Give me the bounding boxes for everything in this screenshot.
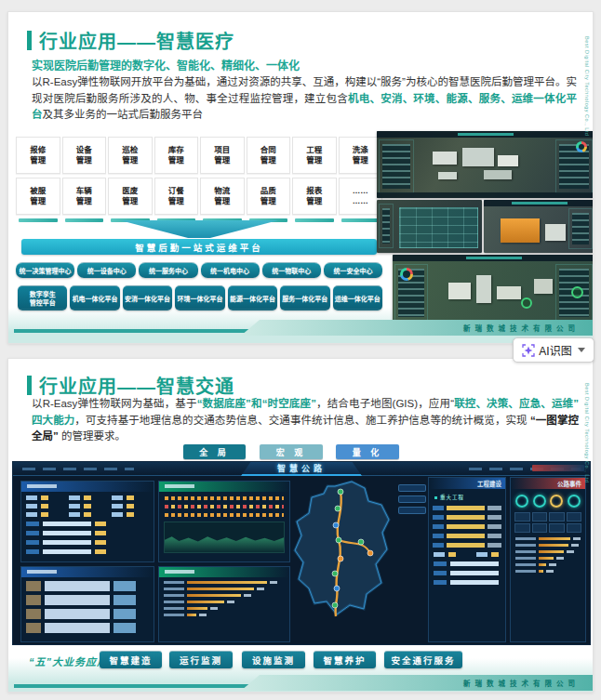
paragraph-segment: 以R-Easy弹性物联网为基础，基于 [32,398,197,409]
slide2-paragraph: 以R-Easy弹性物联网为基础，基于“数据底座”和“时空底座”，结合电子地图(G… [32,396,579,445]
panel-header [21,482,154,492]
page-title: 行业应用——智慧交通 [39,372,234,399]
building-block [498,155,518,166]
platform-button: 数字孪生 管控平台 [18,285,67,310]
list-row [434,571,501,575]
panel-header-green [159,482,289,492]
company-ribbon: 新瑞数城技术有限公司 [241,675,593,691]
dashboard-date-chip [532,465,584,471]
bar-row [515,563,581,566]
screenshot-icon-column [379,204,394,248]
layer-tab [398,495,426,503]
ai-sparkle-icon [522,344,535,357]
biz-button-smart-maintenance: 智慧养护 [314,651,376,668]
event-row [26,623,149,633]
screenshot-left-panel [379,139,414,193]
module-underline [341,218,381,222]
stat-boxes [514,512,581,533]
funnel-arrow [120,220,278,238]
panel-header-events: 公路事件 [511,478,585,489]
bar-row [164,601,285,603]
bar-row [515,557,581,560]
bar-row [515,570,581,573]
orange-building [501,218,540,243]
platform-banner: 智慧后勤一站式运维平台 [21,239,377,255]
ring-gauge [568,495,581,508]
biz-button-safe-passage: 安全通行服务 [384,651,462,668]
module-cell: 洗涤 管理 [339,137,383,174]
module-cell: 项目 管理 [200,137,245,174]
platform-button: 机电一体化平台 [70,285,119,310]
dashboard-panel-engineering: 工程建设 重大工程 [428,477,506,642]
stat-row [26,512,149,517]
center-button: 统一物联中心 [262,262,321,278]
slide1-paragraph: 以R-Easy弹性物联网开放平台为基础，通过对资源的共享、互通，构建以“服务”为… [32,74,577,124]
list-row [434,561,501,566]
building-block [484,170,512,179]
slide-smart-transportation: 行业应用——智慧交通 以R-Easy弹性物联网为基础，基于“数据底座”和“时空底… [7,358,594,693]
list-row [26,522,149,526]
title-accent-bar [27,376,32,395]
gauge-row [514,495,582,508]
hospital-dashboard-screenshot-4 [393,255,594,326]
biz-button-facility-monitoring: 设施监测 [242,651,305,668]
bar-row [515,537,581,540]
bar-row [164,594,285,597]
biz-button-smart-construction: 智慧建造 [100,651,162,668]
side-watermark: Best Digital City Technology Co., Ltd [584,36,590,136]
center-button: 统一决策管理中心 [16,262,74,278]
chevron-down-icon[interactable] [578,348,585,352]
hospital-dashboard-screenshot-3 [484,200,594,253]
module-cell: 被服 管理 [16,178,60,215]
module-cell: 品质 管理 [247,178,291,215]
building-block [476,275,491,303]
paragraph-segment: 及其多业务的一站式后勤服务平台 [43,109,204,120]
paragraph-segment: 的管理要求。 [59,430,126,442]
module-underline [65,218,104,222]
bar-row [164,614,285,616]
dashboard-title: 智慧公路 [241,462,362,476]
business-apps-label: “五”大业务应用 [29,654,108,668]
stat-row [434,552,501,557]
panel-header-engineering: 工程建设 [429,478,505,489]
ring-gauge [533,495,546,508]
list-row [434,580,501,585]
module-cell: 设备 管理 [62,137,107,174]
biz-button-operation-monitoring: 运行监测 [169,651,233,668]
view-button-macro: 宏 观 [260,444,323,459]
screenshot-topbar [377,131,594,138]
module-cell: 库存 管理 [154,137,199,174]
stat-row [26,504,149,508]
slide2-title-row: 行业应用——智慧交通 [27,372,234,399]
module-cell: 报表 管理 [292,178,337,215]
dot-row [165,513,284,517]
company-ribbon: 新瑞数城技术有限公司 [241,320,593,336]
paragraph-segment: ，可支持基于地理信息的交通态势信息、交通事件统计信息、施工养护信息等的统计概览，… [74,415,530,426]
slide-smart-healthcare: 行业应用——智慧医疗 实现医院后勤管理的数字化、智能化、精细化、一体化 以R-E… [7,11,594,344]
hospital-dashboard-screenshot-2 [377,200,482,253]
module-cell: 合同 管理 [247,137,291,174]
bar-row [164,588,285,590]
module-cell: 巡检 管理 [108,137,153,174]
list-row [26,540,149,545]
dashboard-mid-panel-maintenance [158,481,290,562]
dot-row [165,505,284,508]
center-button: 统一设备中心 [77,262,136,278]
stat-row [26,495,149,500]
layer-tab [398,507,426,514]
dashboard-left-panel-stats [20,481,154,562]
screenshot-table-panel [399,207,478,248]
integrated-platforms-row: 数字孪生 管控平台 机电一体化平台 安消一体化平台 环境一体化平台 能源一体化平… [18,285,382,310]
ring-gauge [571,286,583,298]
ai-button-label: AI识图 [539,342,571,358]
platform-button: 环境一体化平台 [175,285,224,310]
screenshot-right-panel [568,208,593,249]
region-map [292,479,394,642]
screenshot-bottombar [377,192,594,198]
paragraph-segment: ，结合电子地图(GIS)，应用“ [316,398,454,409]
ai-image-recognition-button[interactable]: AI识图 [513,337,594,363]
platform-button: 运维一体化平台 [333,285,382,310]
slide1-title-row: 行业应用——智慧医疗 [27,27,234,54]
side-watermark: Best Digital City Technology Co., Ltd [584,383,590,482]
center-button: 统一服务中心 [139,262,197,278]
